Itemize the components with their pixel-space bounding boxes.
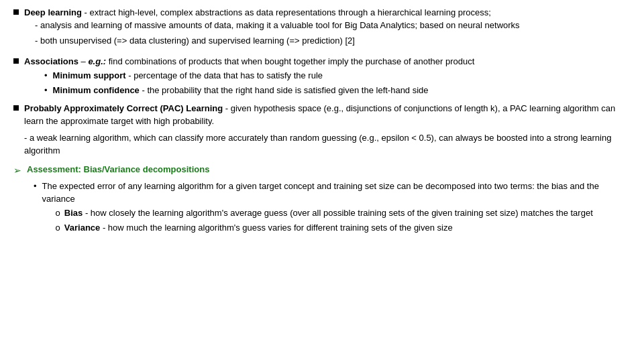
assessment-header: ➢ Assessment: Bias/Variance decompositio… bbox=[13, 164, 631, 177]
pac-dash: - bbox=[223, 103, 231, 113]
dot-icon-3: • bbox=[34, 180, 37, 193]
deep-learning-text2: - analysis and learning of massive amoun… bbox=[35, 19, 631, 32]
dot-icon-2: • bbox=[44, 84, 48, 97]
pac-content: Probably Approximately Correct (PAC) Lea… bbox=[24, 103, 631, 128]
deep-learning-item: Deep learning - extract high-level, comp… bbox=[13, 7, 631, 50]
associations-eg: e.g.: bbox=[88, 56, 106, 66]
pac-continuation: - a weak learning algorithm, which can c… bbox=[24, 132, 631, 158]
associations-item: Associations – e.g.: find combinations o… bbox=[13, 56, 631, 98]
bullet-square-icon bbox=[13, 9, 19, 15]
min-confidence-item: • Minimum confidence - the probability t… bbox=[44, 84, 631, 97]
min-confidence-text: - the probability that the right hand si… bbox=[140, 85, 429, 95]
circle-icon-2: o bbox=[56, 222, 60, 235]
assessment-label: Assessment: Bias/Variance decompositions bbox=[27, 164, 209, 176]
variance-content: Variance - how much the learning algorit… bbox=[64, 222, 453, 235]
dot-icon: • bbox=[44, 70, 48, 82]
deep-learning-text1: extract high-level, complex abstractions… bbox=[90, 7, 491, 17]
deep-learning-content: Deep learning - extract high-level, comp… bbox=[24, 7, 631, 50]
arrow-icon: ➢ bbox=[13, 164, 21, 177]
deep-learning-dash: - bbox=[82, 7, 90, 17]
min-support-content: Minimum support - percentage of the data… bbox=[53, 70, 323, 82]
bias-label: Bias bbox=[64, 208, 83, 218]
variance-item: o Variance - how much the learning algor… bbox=[56, 222, 631, 235]
deep-learning-text3: - both unsupervised (=> data clustering)… bbox=[35, 35, 631, 48]
assessment-bullet-text: The expected error of any learning algor… bbox=[42, 181, 599, 204]
assessment-bullet: • The expected error of any learning alg… bbox=[34, 180, 631, 235]
pac-item: Probably Approximately Correct (PAC) Lea… bbox=[13, 103, 631, 128]
associations-text: find combinations of products that when … bbox=[106, 56, 474, 66]
bias-item: o Bias - how closely the learning algori… bbox=[56, 207, 631, 220]
deep-learning-label: Deep learning bbox=[24, 7, 82, 17]
bias-text: - how closely the learning algorithm's a… bbox=[83, 208, 592, 218]
min-confidence-label: Minimum confidence bbox=[53, 85, 140, 95]
pac-label: Probably Approximately Correct (PAC) Lea… bbox=[24, 103, 223, 113]
assessment-bullet-content: The expected error of any learning algor… bbox=[42, 180, 631, 235]
variance-label: Variance bbox=[64, 223, 101, 233]
bias-content: Bias - how closely the learning algorith… bbox=[64, 207, 593, 220]
associations-label: Associations bbox=[24, 56, 78, 66]
bullet-square-icon-2 bbox=[13, 58, 19, 64]
min-support-item: • Minimum support - percentage of the da… bbox=[44, 70, 631, 82]
min-support-label: Minimum support bbox=[53, 70, 126, 80]
associations-dash: – bbox=[78, 56, 88, 66]
associations-content: Associations – e.g.: find combinations o… bbox=[24, 56, 631, 98]
min-confidence-content: Minimum confidence - the probability tha… bbox=[53, 84, 429, 97]
circle-icon: o bbox=[56, 207, 60, 220]
min-support-text: - percentage of the data that has to sat… bbox=[126, 70, 323, 80]
variance-text: - how much the learning algorithm's gues… bbox=[100, 223, 452, 233]
bullet-square-icon-3 bbox=[13, 105, 19, 111]
